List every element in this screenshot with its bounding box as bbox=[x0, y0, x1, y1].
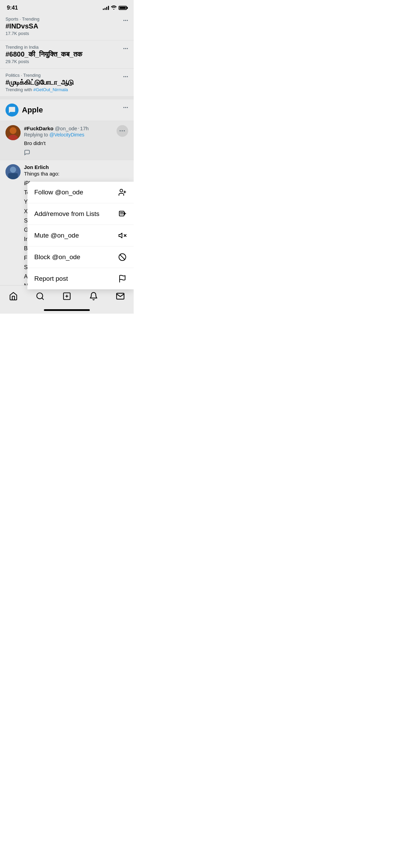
menu-follow[interactable]: Follow @on_ode bbox=[27, 182, 134, 203]
mute-icon bbox=[118, 231, 127, 240]
context-menu: Follow @on_ode Add/remove from Lists Mut… bbox=[27, 182, 134, 289]
block-icon bbox=[118, 253, 127, 262]
menu-follow-label: Follow @on_ode bbox=[34, 189, 83, 196]
flag-icon bbox=[118, 274, 127, 283]
menu-addlist[interactable]: Add/remove from Lists bbox=[27, 203, 134, 225]
svg-point-6 bbox=[120, 189, 123, 192]
person-add-icon bbox=[118, 188, 127, 197]
menu-mute-label: Mute @on_ode bbox=[34, 232, 79, 239]
menu-block[interactable]: Block @on_ode bbox=[27, 246, 134, 268]
svg-line-18 bbox=[120, 255, 125, 260]
menu-report[interactable]: Report post bbox=[27, 268, 134, 289]
menu-report-label: Report post bbox=[34, 275, 68, 282]
list-add-icon bbox=[118, 209, 127, 218]
menu-block-label: Block @on_ode bbox=[34, 253, 80, 261]
menu-addlist-label: Add/remove from Lists bbox=[34, 210, 99, 218]
menu-mute[interactable]: Mute @on_ode bbox=[27, 225, 134, 246]
svg-marker-14 bbox=[119, 233, 122, 238]
